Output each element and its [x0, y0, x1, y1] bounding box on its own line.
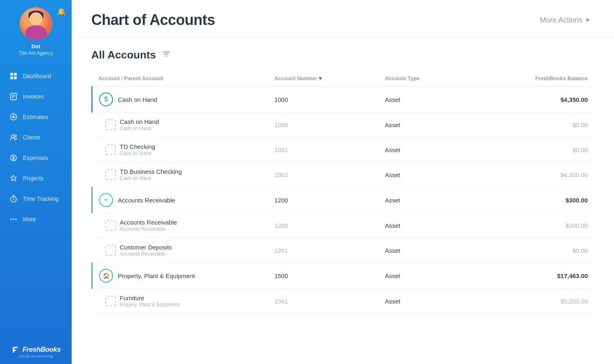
table-row: Cash on Hand Cash on Hand 1000 Asset $0.…	[92, 112, 595, 137]
filter-icon[interactable]	[162, 49, 171, 61]
more-actions-label: More Actions	[540, 16, 582, 25]
company-name: The Ant Agency	[18, 50, 53, 56]
page-title: Chart of Accounts	[91, 11, 215, 29]
sidebar: 🔔 Dot The Ant Agency Dashboard	[0, 0, 72, 364]
freshbooks-logo: FreshBooks cloud accounting	[11, 345, 61, 358]
account-name: Property, Plant & Equipment	[118, 272, 195, 279]
account-number: 1501	[268, 289, 378, 314]
account-name-cell: TD Business Checking Cash on Hand	[92, 162, 268, 187]
table-row: $ Cash on Hand 1000 Asset $4,350.00	[92, 87, 595, 112]
account-type: Asset	[378, 263, 479, 289]
table-row: + Accounts Receivable 1200 Asset $300.00	[92, 187, 595, 213]
account-number: 1002	[268, 162, 378, 187]
account-name-cell: Cash on Hand Cash on Hand	[92, 112, 268, 137]
account-number: 1000	[268, 112, 378, 137]
sidebar-item-projects[interactable]: Projects	[0, 168, 72, 189]
plus-icon: +	[99, 193, 113, 207]
svg-rect-2	[10, 76, 13, 79]
account-number: 1500	[268, 263, 378, 289]
account-type: Asset	[378, 238, 479, 263]
account-name-cell: TD Checking Cash on Hand	[92, 137, 268, 162]
account-balance: $0.00	[479, 137, 594, 162]
account-number: 1200	[268, 187, 378, 213]
account-name-cell: Customer Deposits Accounts Receivable	[92, 238, 268, 263]
account-parent: Cash on Hand	[120, 126, 159, 131]
table-row: 🏠 Property, Plant & Equipment 1500 Asset…	[92, 263, 595, 289]
account-name: Accounts Receivable	[120, 219, 177, 226]
account-balance: $0.00	[479, 238, 594, 263]
svg-point-14	[10, 218, 12, 220]
sidebar-item-label: Time Tracking	[23, 195, 59, 202]
section-header: All Accounts	[91, 49, 594, 61]
avatar[interactable]	[20, 7, 52, 40]
main-content: Chart of Accounts More Actions ▾ All Acc…	[72, 0, 614, 364]
dollar-icon: $	[99, 92, 113, 106]
account-name-cell: Accounts Receivable Accounts Receivable	[92, 213, 268, 238]
account-parent: Accounts Receivable	[120, 251, 172, 257]
account-name-cell: 🏠 Property, Plant & Equipment	[92, 263, 268, 289]
sidebar-item-invoices[interactable]: Invoices	[0, 86, 72, 107]
table-row: TD Checking Cash on Hand 1001 Asset $0.0…	[92, 137, 595, 162]
account-balance: $17,463.00	[479, 263, 594, 289]
sidebar-item-label: Clients	[23, 134, 41, 141]
sidebar-item-more[interactable]: More	[0, 209, 72, 229]
sidebar-item-time-tracking[interactable]: Time Tracking	[0, 189, 72, 209]
account-parent: Propery, Plant & Equipment	[120, 302, 180, 308]
account-name-cell: + Accounts Receivable	[92, 187, 268, 213]
sub-dashed-icon	[105, 220, 116, 231]
notification-bell-icon[interactable]: 🔔	[57, 7, 66, 16]
sidebar-item-label: Estimates	[23, 114, 48, 120]
account-name: Customer Deposits	[120, 244, 172, 251]
account-balance: $300.00	[479, 213, 594, 238]
sidebar-item-clients[interactable]: Clients	[0, 127, 72, 148]
freshbooks-tagline: cloud accounting	[19, 354, 53, 358]
account-type: Asset	[378, 112, 479, 137]
accounts-table: Account / Parent Account Account Number …	[91, 71, 594, 314]
sidebar-item-label: Expenses	[23, 155, 48, 161]
account-type: Asset	[378, 187, 479, 213]
account-number: 1001	[268, 137, 378, 162]
svg-rect-1	[14, 73, 17, 76]
estimates-icon	[9, 112, 18, 121]
svg-rect-3	[14, 76, 17, 79]
sidebar-item-estimates[interactable]: Estimates	[0, 107, 72, 127]
user-name: Dot	[32, 43, 41, 50]
projects-icon	[9, 174, 18, 183]
account-number: 1000	[268, 87, 378, 112]
svg-point-11	[15, 135, 17, 137]
sidebar-item-dashboard[interactable]: Dashboard	[0, 66, 72, 86]
main-body: All Accounts Account / Parent Account	[72, 37, 614, 364]
col-header-number[interactable]: Account Number ▾	[268, 71, 378, 87]
account-name: Furniture	[120, 294, 180, 301]
account-parent: Accounts Receivable	[120, 226, 177, 232]
sub-dashed-icon	[105, 144, 116, 155]
account-type: Asset	[378, 87, 479, 112]
account-number: 1201	[268, 238, 378, 263]
account-name-cell: $ Cash on Hand	[92, 87, 268, 112]
account-name: Cash on Hand	[118, 96, 157, 103]
page-header: Chart of Accounts More Actions ▾	[72, 0, 614, 37]
chevron-down-icon: ▾	[586, 16, 589, 25]
sidebar-footer: FreshBooks cloud accounting	[0, 339, 72, 364]
account-balance: $0.00	[479, 112, 594, 137]
table-row: Customer Deposits Accounts Receivable 12…	[92, 238, 595, 263]
sidebar-item-expenses[interactable]: Expenses	[0, 148, 72, 168]
account-type: Asset	[378, 213, 479, 238]
account-name: Accounts Receivable	[118, 197, 175, 204]
svg-point-9	[13, 116, 14, 118]
account-balance: $4,350.00	[479, 87, 594, 112]
sub-dashed-icon	[105, 296, 116, 306]
account-balance: $4,350.00	[479, 162, 594, 187]
sub-dashed-icon	[105, 169, 116, 180]
table-row: Furniture Propery, Plant & Equipment 150…	[92, 289, 595, 314]
sidebar-navigation: Dashboard Invoices	[0, 66, 72, 339]
account-parent: Cash on Hand	[120, 151, 156, 156]
account-name-cell: Furniture Propery, Plant & Equipment	[92, 289, 268, 314]
time-tracking-icon	[9, 194, 18, 203]
account-type: Asset	[378, 162, 479, 187]
svg-point-10	[11, 135, 14, 137]
more-actions-button[interactable]: More Actions ▾	[535, 12, 594, 28]
sort-icon: ▾	[319, 75, 322, 81]
sub-dashed-icon	[105, 245, 116, 256]
invoices-icon	[9, 92, 18, 101]
